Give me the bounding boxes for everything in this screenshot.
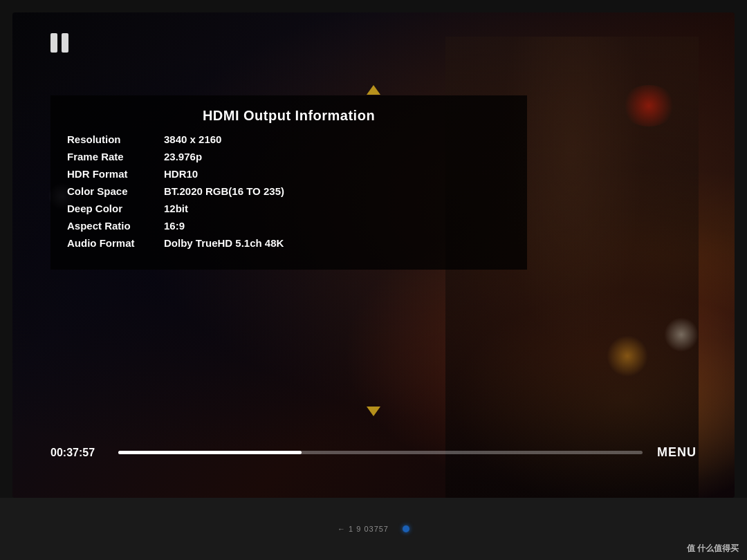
bottom-bezel: ← 1 9 03757 (0, 498, 747, 560)
label-aspectratio: Aspect Ratio (67, 220, 164, 232)
info-title: HDMI Output Information (67, 108, 510, 124)
value-deepcolor: 12bit (164, 203, 188, 214)
label-audioformat: Audio Format (67, 237, 164, 249)
value-audioformat: Dolby TrueHD 5.1ch 48K (164, 237, 284, 249)
label-framerate: Frame Rate (67, 151, 164, 162)
progress-area: 00:37:57 MENU (50, 445, 697, 460)
arrow-up-icon (367, 85, 380, 95)
value-colorspace: BT.2020 RGB(16 TO 235) (164, 185, 284, 197)
table-row: HDR Format HDR10 (67, 168, 510, 180)
device-label: ← 1 9 03757 (338, 525, 389, 533)
time-display: 00:37:57 (50, 447, 106, 459)
arrow-down-icon (367, 407, 380, 416)
value-resolution: 3840 x 2160 (164, 133, 221, 145)
table-row: Color Space BT.2020 RGB(16 TO 235) (67, 185, 510, 197)
table-row: Deep Color 12bit (67, 203, 510, 214)
label-hdr: HDR Format (67, 168, 164, 180)
power-indicator (403, 525, 409, 532)
pause-bar-right (62, 33, 68, 53)
outer-frame: HDMI Output Information Resolution 3840 … (0, 0, 747, 560)
label-deepcolor: Deep Color (67, 203, 164, 214)
pause-bar-left (50, 33, 57, 53)
label-resolution: Resolution (67, 133, 164, 145)
tv-screen: HDMI Output Information Resolution 3840 … (12, 12, 735, 498)
table-row: Audio Format Dolby TrueHD 5.1ch 48K (67, 237, 510, 249)
value-hdr: HDR10 (164, 168, 198, 180)
menu-button[interactable]: MENU (655, 445, 697, 460)
watermark: 值 什么值得买 (687, 543, 739, 554)
watermark-text: 值 什么值得买 (687, 543, 739, 553)
pause-icon (50, 33, 68, 53)
table-row: Resolution 3840 x 2160 (67, 133, 510, 145)
table-row: Aspect Ratio 16:9 (67, 220, 510, 232)
progress-fill (118, 451, 302, 454)
progress-track[interactable] (118, 451, 643, 454)
bokeh-orange (607, 335, 648, 377)
table-row: Frame Rate 23.976p (67, 151, 510, 162)
info-overlay: HDMI Output Information Resolution 3840 … (50, 95, 527, 270)
bokeh-white (664, 317, 699, 352)
value-aspectratio: 16:9 (164, 220, 185, 232)
label-colorspace: Color Space (67, 185, 164, 197)
value-framerate: 23.976p (164, 151, 202, 162)
